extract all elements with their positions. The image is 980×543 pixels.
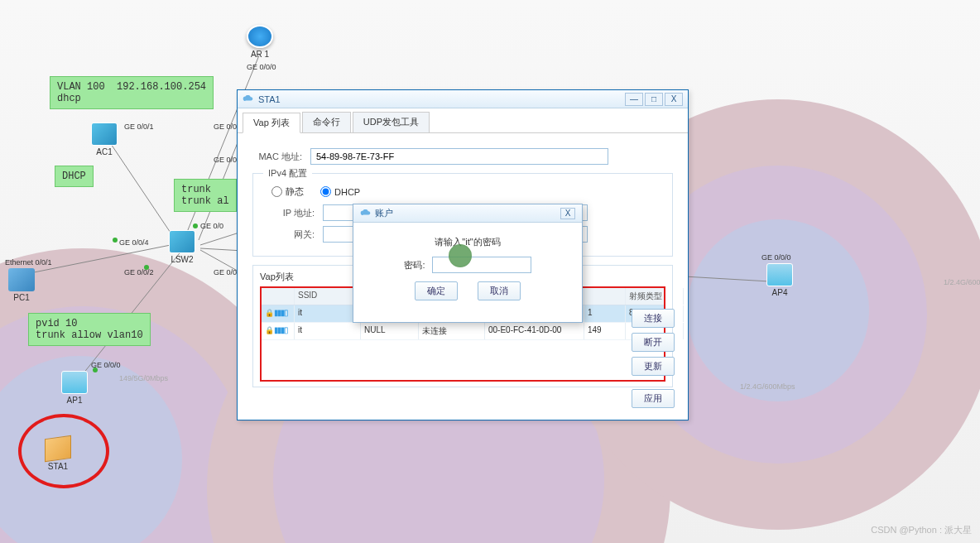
ap-icon bbox=[61, 371, 88, 394]
maximize-button[interactable]: □ bbox=[645, 93, 663, 106]
refresh-button[interactable]: 更新 bbox=[632, 357, 675, 376]
tab-vap[interactable]: Vap 列表 bbox=[243, 113, 300, 133]
side-buttons: 连接 断开 更新 bbox=[632, 309, 675, 376]
router-icon bbox=[247, 25, 273, 48]
note-trunk1: trunk trunk al bbox=[174, 179, 237, 212]
device-label: AP4 bbox=[772, 288, 788, 297]
port-pc1: Ethernet 0/0/1 bbox=[5, 258, 52, 267]
signal-icon: ▮▮▮▯ bbox=[274, 325, 287, 334]
highlight-sta1 bbox=[18, 414, 109, 488]
coverage-ap4-inner bbox=[687, 219, 869, 401]
ap-icon bbox=[766, 263, 793, 286]
device-ac1[interactable]: AC1 bbox=[91, 123, 118, 156]
band-ap4-1: 1/2.4G/600 bbox=[944, 278, 980, 286]
apply-button[interactable]: 应用 bbox=[632, 389, 675, 408]
mac-input[interactable] bbox=[310, 148, 608, 165]
note-trunk2: pvid 10 trunk allow vlan10 bbox=[28, 313, 151, 346]
device-label: PC1 bbox=[13, 293, 29, 302]
window-title: STA1 bbox=[258, 94, 281, 104]
signal-icon: ▮▮▮▯ bbox=[274, 308, 287, 317]
device-pc1[interactable]: PC1 bbox=[8, 268, 35, 302]
device-lsw2[interactable]: LSW2 bbox=[169, 230, 195, 264]
port-lsw2-up: GE 0/0 bbox=[214, 123, 237, 131]
port-ar1: GE 0/0/0 bbox=[247, 63, 276, 71]
cloud-icon bbox=[243, 95, 254, 103]
titlebar[interactable]: STA1 — □ X bbox=[238, 90, 688, 108]
tab-udp[interactable]: UDP发包工具 bbox=[353, 112, 430, 132]
vap-row[interactable]: 🔒▮▮▮▯ it NULL 未连接 00-E0-FC-41-0D-00 149 bbox=[262, 323, 664, 340]
port-ac1: GE 0/0/1 bbox=[124, 123, 154, 131]
lock-icon: 🔒 bbox=[265, 326, 274, 334]
connect-button[interactable]: 连接 bbox=[632, 309, 675, 328]
device-ar1[interactable]: AR 1 bbox=[247, 25, 273, 59]
watermark: CSDN @Python : 派大星 bbox=[871, 524, 972, 536]
disconnect-button[interactable]: 断开 bbox=[632, 333, 675, 352]
dialog-titlebar[interactable]: 账户 X bbox=[353, 204, 582, 223]
device-ap1[interactable]: AP1 bbox=[61, 371, 88, 405]
device-ap4[interactable]: AP4 bbox=[766, 263, 793, 297]
port-lsw2-left: GE 0/0/4 bbox=[119, 238, 149, 247]
port-ap4: GE 0/0/0 bbox=[761, 253, 791, 262]
note-dhcp: DHCP bbox=[55, 166, 94, 187]
port-lsw2-down: GE 0/0/2 bbox=[124, 268, 154, 276]
switch-icon bbox=[169, 230, 195, 253]
device-label: AP1 bbox=[67, 396, 83, 405]
close-button[interactable]: X bbox=[665, 93, 683, 106]
device-label: AC1 bbox=[96, 147, 112, 156]
radio-dhcp[interactable]: DHCP bbox=[320, 185, 360, 198]
device-label: AR 1 bbox=[251, 50, 269, 59]
tab-cli[interactable]: 命令行 bbox=[302, 112, 351, 132]
device-label: LSW2 bbox=[171, 255, 193, 264]
dialog-title: 账户 bbox=[375, 207, 393, 219]
password-dialog: 账户 X 请输入"it"的密码 密码: 确定 取消 bbox=[353, 204, 583, 323]
svg-line-5 bbox=[200, 232, 242, 245]
band-ap1: 149/5G/0Mbps bbox=[119, 374, 168, 382]
gw-label: 网关: bbox=[265, 228, 315, 241]
cancel-button[interactable]: 取消 bbox=[478, 281, 521, 300]
password-label: 密码: bbox=[404, 259, 425, 272]
ac-icon bbox=[91, 123, 118, 146]
dialog-prompt: 请输入"it"的密码 bbox=[372, 236, 564, 248]
port-lsw2-r1: GE 0/0 bbox=[214, 268, 237, 276]
band-ap4-2: 1/2.4G/600Mbps bbox=[740, 382, 795, 391]
tabbar: Vap 列表 命令行 UDP发包工具 bbox=[238, 108, 688, 133]
pc-icon bbox=[8, 268, 35, 291]
minimize-button[interactable]: — bbox=[625, 93, 643, 106]
cloud-icon bbox=[360, 209, 372, 218]
port-ap1: GE 0/0/0 bbox=[91, 361, 121, 369]
mac-label: MAC 地址: bbox=[252, 151, 302, 163]
topology-canvas: VLAN 100 192.168.100.254 dhcp DHCP trunk… bbox=[0, 0, 980, 543]
lock-icon: 🔒 bbox=[265, 309, 274, 317]
ipv4-legend: IPv4 配置 bbox=[263, 167, 312, 180]
note-vlan: VLAN 100 192.168.100.254 dhcp bbox=[50, 76, 214, 109]
ok-button[interactable]: 确定 bbox=[415, 281, 458, 300]
port-lsw2-r3: GE 0/0 bbox=[200, 222, 223, 230]
password-input[interactable] bbox=[432, 257, 531, 273]
radio-static[interactable]: 静态 bbox=[271, 185, 304, 198]
dialog-close-button[interactable]: X bbox=[560, 208, 575, 219]
ip-label: IP 地址: bbox=[265, 207, 315, 219]
